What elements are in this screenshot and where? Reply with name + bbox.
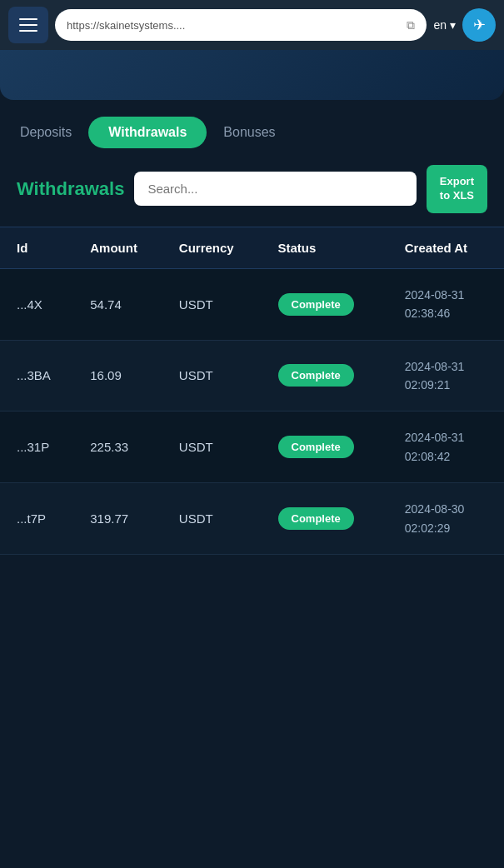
language-button[interactable]: en ▾ (433, 18, 456, 32)
telegram-icon: ✈ (473, 16, 486, 34)
col-header-created-at: Created At (395, 227, 504, 268)
tab-withdrawals[interactable]: Withdrawals (88, 117, 207, 148)
col-header-status: Status (268, 227, 395, 268)
cell-status: Complete (268, 412, 395, 483)
telegram-button[interactable]: ✈ (462, 8, 496, 42)
col-header-currency: Currency (169, 227, 268, 268)
cell-status: Complete (268, 268, 395, 340)
withdrawals-table: Id Amount Currency Status Created At ...… (0, 227, 504, 555)
copy-icon[interactable]: ⧉ (407, 18, 415, 32)
table-row: ...t7P 319.77 USDT Complete 2024-08-3002… (0, 483, 504, 555)
status-badge: Complete (278, 507, 354, 530)
cell-id: ...3BA (0, 340, 80, 412)
page-content: Withdrawals Exportto XLS Id Amount Curre… (0, 157, 504, 563)
cell-created-at: 2024-08-3002:02:29 (395, 483, 504, 555)
cell-status: Complete (268, 483, 395, 555)
header-card (0, 50, 504, 100)
created-at-text: 2024-08-3002:02:29 (405, 502, 465, 534)
url-text: https://skainetsystems.... (67, 19, 185, 32)
tab-deposits[interactable]: Deposits (17, 118, 75, 147)
table-row: ...31P 225.33 USDT Complete 2024-08-3102… (0, 412, 504, 483)
chevron-down-icon: ▾ (450, 18, 456, 32)
url-bar: https://skainetsystems.... ⧉ (55, 9, 427, 41)
cell-created-at: 2024-08-3102:38:46 (395, 268, 504, 340)
created-at-text: 2024-08-3102:38:46 (405, 288, 465, 320)
table-row: ...4X 54.74 USDT Complete 2024-08-3102:3… (0, 268, 504, 340)
menu-button[interactable] (8, 7, 48, 43)
cell-amount: 319.77 (80, 483, 169, 555)
cell-currency: USDT (169, 412, 268, 483)
page-title: Withdrawals (17, 178, 124, 200)
col-header-id: Id (0, 227, 80, 268)
status-badge: Complete (278, 293, 354, 316)
cell-currency: USDT (169, 340, 268, 412)
cell-status: Complete (268, 340, 395, 412)
cell-amount: 16.09 (80, 340, 169, 412)
table-container: Id Amount Currency Status Created At ...… (0, 227, 504, 555)
browser-bar: https://skainetsystems.... ⧉ en ▾ ✈ (0, 0, 504, 50)
cell-created-at: 2024-08-3102:09:21 (395, 340, 504, 412)
table-header-row: Id Amount Currency Status Created At (0, 227, 504, 268)
tab-bonuses[interactable]: Bonuses (220, 118, 278, 147)
table-row: ...3BA 16.09 USDT Complete 2024-08-3102:… (0, 340, 504, 412)
cell-amount: 225.33 (80, 412, 169, 483)
cell-id: ...4X (0, 268, 80, 340)
cell-currency: USDT (169, 268, 268, 340)
created-at-text: 2024-08-3102:09:21 (405, 360, 465, 392)
cell-currency: USDT (169, 483, 268, 555)
tabs-section: Deposits Withdrawals Bonuses (0, 100, 504, 157)
status-badge: Complete (278, 436, 354, 458)
created-at-text: 2024-08-3102:08:42 (405, 431, 465, 462)
col-header-amount: Amount (80, 227, 169, 268)
export-button[interactable]: Exportto XLS (427, 165, 487, 213)
cell-amount: 54.74 (80, 268, 169, 340)
withdrawals-header: Withdrawals Exportto XLS (0, 165, 504, 213)
search-input[interactable] (134, 172, 416, 206)
cell-created-at: 2024-08-3102:08:42 (395, 412, 504, 483)
status-badge: Complete (278, 364, 354, 387)
cell-id: ...t7P (0, 483, 80, 555)
cell-id: ...31P (0, 412, 80, 483)
